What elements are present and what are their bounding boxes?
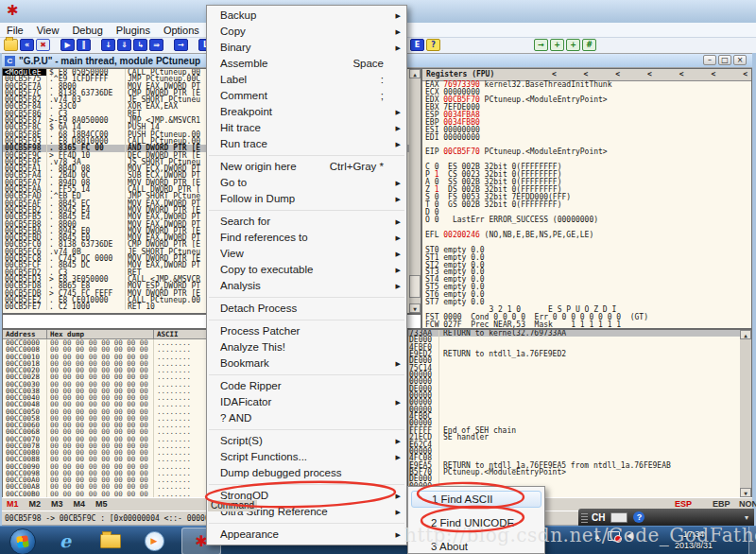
run-button[interactable]: ▶ (60, 39, 75, 51)
tab-m5[interactable]: M5 (95, 499, 108, 509)
menu-item-go-to[interactable]: Go to▶ (207, 175, 406, 191)
scroll-down-icon[interactable]: ▼ (409, 303, 421, 313)
menu-item-breakpoint[interactable]: Breakpoint▶ (207, 104, 406, 120)
ebp-indicator[interactable]: EBP (713, 499, 730, 509)
disassembly-scrollbar[interactable]: ▲ ▼ (409, 69, 421, 313)
tab-m3[interactable]: M3 (51, 499, 63, 509)
stack-row[interactable]: 00000 (408, 448, 751, 455)
menubar-item-plugins[interactable]: Plugins (110, 25, 157, 36)
stack-row[interactable]: DE000 (408, 357, 751, 364)
chevron-down-icon[interactable]: ▾ (745, 513, 748, 522)
menu-item-analyze-this[interactable]: Analyze This! (207, 339, 406, 355)
help-icon[interactable]: ? (633, 511, 644, 523)
stack-row[interactable]: B5F70PCtuneup.<ModuleEntryPoint> (408, 469, 751, 476)
keyboard-icon[interactable] (610, 512, 627, 523)
network-icon[interactable] (608, 531, 620, 541)
tab-m2[interactable]: M2 (29, 499, 42, 509)
menu-item-label[interactable]: Label: (207, 72, 406, 88)
registers-pane[interactable]: Registers (FPU) < < < < < < < EAX 769733… (421, 68, 752, 329)
submenu-item-1-find-ascii[interactable]: 1 Find ASCII (411, 491, 541, 508)
menu-item-detach-process[interactable]: Detach Process (207, 301, 406, 317)
taskbar-clock[interactable]: 17:34 2013/8/31 (663, 528, 724, 551)
menu-item-appearance[interactable]: Appearance▶ (207, 527, 406, 543)
close-program-button[interactable]: ✖ (36, 39, 50, 51)
letter-window-button[interactable]: E (410, 39, 424, 51)
go-arrow-button[interactable]: → (534, 39, 548, 51)
menu-item-view[interactable]: View▶ (207, 246, 406, 262)
stack-row[interactable]: E9ED2RETURN to ntdll_1a.76FE9ED2 (408, 351, 751, 357)
menu-item-new-origin-here[interactable]: New origin hereCtrl+Gray * (207, 159, 406, 175)
trace-over-button[interactable]: ⇒ (149, 39, 163, 51)
none-indicator[interactable]: NONE (739, 499, 756, 509)
tab-m4[interactable]: M4 (74, 499, 86, 509)
stack-row[interactable]: 00000 (408, 407, 751, 413)
explorer-icon[interactable] (98, 529, 123, 552)
scroll-thumb[interactable] (409, 275, 421, 298)
start-button[interactable] (9, 528, 36, 554)
menu-item-binary[interactable]: Binary▶ (207, 40, 406, 56)
menu-item-search-for[interactable]: Search for▶ (207, 214, 406, 230)
menu-item-process-patcher[interactable]: Process Patcher (207, 323, 406, 339)
menu-item-dump-debugged-process[interactable]: Dump debugged process (207, 465, 406, 481)
menu-item-code-ripper[interactable]: Code Ripper (207, 378, 406, 394)
menu-item-run-trace[interactable]: Run trace▶ (207, 136, 406, 152)
media-player-icon[interactable]: ▶ (142, 529, 166, 552)
stack-row[interactable]: 00000 (408, 378, 751, 385)
menu-item-assemble[interactable]: AssembleSpace (207, 56, 406, 72)
stack-row[interactable]: 733AARETURN to kernel32.769733AA (408, 330, 751, 337)
close-icon[interactable]: × (733, 55, 747, 65)
restart-button[interactable]: « (20, 39, 34, 51)
submenu-item-3-about[interactable]: 3 About (411, 538, 541, 554)
stack-row[interactable]: 4FBBC (408, 413, 751, 420)
scroll-up-icon[interactable]: ▲ (740, 330, 751, 339)
scroll-up-icon[interactable]: ▲ (409, 69, 421, 78)
help-button[interactable]: ? (426, 39, 440, 51)
grid-button[interactable]: # (582, 39, 596, 51)
stack-row[interactable]: E62C4 (408, 441, 751, 448)
menu-item-script-functions[interactable]: Script Functions...▶ (207, 449, 406, 465)
step-over-button[interactable]: ⇓ (117, 39, 131, 51)
volume-icon[interactable] (627, 532, 633, 540)
stack-row[interactable]: 75C14 (408, 365, 751, 372)
menu-item-and[interactable]: ? AND (207, 410, 406, 426)
stack-row[interactable]: DE000 (408, 337, 751, 343)
language-bar[interactable]: CH ? ▾ (578, 509, 754, 526)
menu-item-analysis[interactable]: Analysis▶ (207, 278, 406, 294)
restore-icon[interactable]: □ (718, 55, 731, 65)
stack-row[interactable]: 21ECDSE handler (408, 434, 751, 441)
menubar-item-file[interactable]: File (0, 25, 30, 36)
menu-item-copy-to-executable[interactable]: Copy to executable▶ (207, 262, 406, 278)
stack-pane[interactable]: 733AARETURN to kernel32.769733AADE0004FB… (407, 329, 752, 498)
execute-till-return-button[interactable]: → (174, 39, 188, 51)
esp-indicator[interactable]: ESP (675, 499, 692, 509)
add-watch-button[interactable]: + (566, 39, 580, 51)
open-file-button[interactable] (4, 39, 18, 51)
hidden-icons-icon[interactable]: ▲ (593, 532, 601, 541)
stack-row[interactable]: 00000 (408, 399, 751, 406)
stack-row[interactable]: 00000 (408, 392, 751, 399)
show-desktop-button[interactable] (748, 527, 756, 554)
stack-row[interactable]: DE000 (408, 386, 751, 392)
menu-item-bookmark[interactable]: Bookmark▶ (207, 355, 406, 372)
menu-item-backup[interactable]: Backup▶ (207, 8, 406, 24)
menu-item-copy[interactable]: Copy▶ (207, 24, 406, 40)
grip-icon[interactable] (581, 511, 588, 523)
stack-row[interactable]: 00000 (408, 372, 751, 378)
menu-item-find-references-to[interactable]: Find references to▶ (207, 230, 406, 246)
language-indicator[interactable]: CH (592, 512, 605, 523)
stack-scrollbar[interactable]: ▲ ▼ (740, 330, 751, 497)
menu-item-idaficator[interactable]: IDAFicator▶ (207, 394, 406, 410)
submenu-item-2-find-unicode[interactable]: 2 Find UNICODE (411, 514, 541, 531)
pause-button[interactable]: ‖ (77, 39, 91, 51)
menu-item-hit-trace[interactable]: Hit trace▶ (207, 120, 406, 136)
menu-item-script-s[interactable]: Script(S)▶ (207, 433, 406, 449)
menu-item-follow-in-dump[interactable]: Follow in Dump▶ (207, 191, 406, 207)
menu-item-comment[interactable]: Comment; (207, 88, 406, 104)
menubar-item-debug[interactable]: Debug (65, 25, 109, 36)
minimize-icon[interactable]: – (703, 55, 716, 65)
menubar-item-view[interactable]: View (30, 25, 66, 36)
trace-into-button[interactable]: ↳ (133, 39, 147, 51)
scroll-down-icon[interactable]: ▼ (740, 488, 751, 497)
menubar-item-options[interactable]: Options (157, 25, 206, 36)
internet-explorer-icon[interactable]: e (53, 529, 77, 552)
